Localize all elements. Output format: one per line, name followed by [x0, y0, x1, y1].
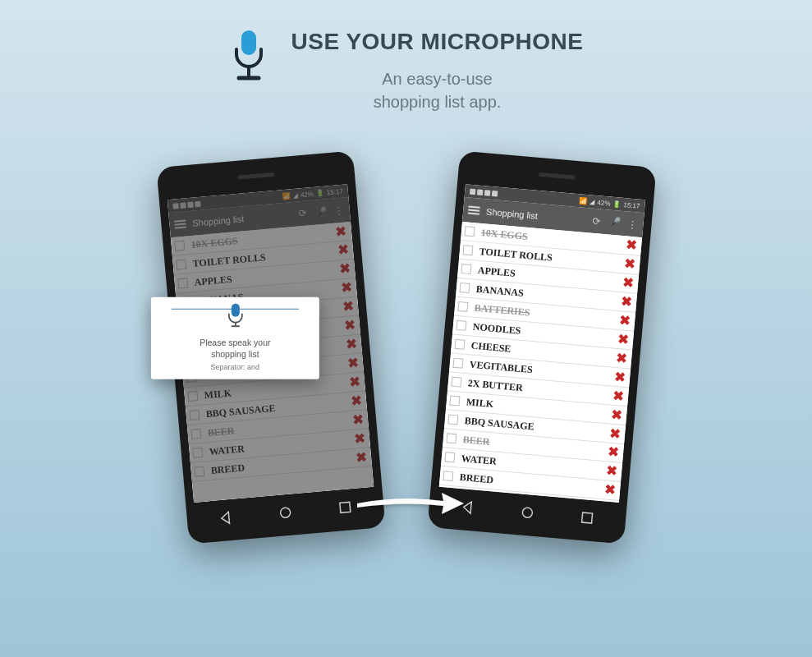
app-title: Shopping list: [485, 206, 585, 224]
delete-icon[interactable]: ✖: [612, 389, 623, 403]
delete-icon[interactable]: ✖: [603, 483, 615, 497]
checkbox[interactable]: [444, 452, 455, 462]
wifi-icon: 📶: [579, 197, 588, 205]
sync-icon[interactable]: ⟳: [590, 215, 603, 227]
mic-icon[interactable]: 🎤: [608, 217, 620, 229]
arrow-icon: [353, 483, 468, 524]
svg-rect-7: [340, 502, 351, 512]
delete-icon[interactable]: ✖: [625, 238, 636, 252]
svg-point-8: [521, 508, 532, 518]
battery-label: 42%: [597, 199, 611, 207]
microphone-icon: [226, 303, 244, 331]
recent-button[interactable]: [337, 499, 353, 516]
delete-icon[interactable]: ✖: [613, 370, 625, 384]
checkbox[interactable]: [449, 396, 460, 407]
delete-icon[interactable]: ✖: [618, 314, 630, 328]
svg-rect-0: [241, 30, 256, 55]
phone-mockup-left: 📶 ◢ 42% 🔋 15:17 Shopping list ⟳ 🎤 ⋮ 10X …: [156, 150, 385, 544]
checkbox[interactable]: [456, 320, 466, 331]
checkbox[interactable]: [461, 264, 471, 274]
checkbox[interactable]: [452, 358, 463, 369]
back-button[interactable]: [217, 510, 233, 526]
delete-icon[interactable]: ✖: [620, 295, 631, 309]
phone-screen: 📶 ◢ 42% 🔋 15:17 Shopping list ⟳ 🎤 ⋮ 10X …: [438, 184, 645, 503]
home-button[interactable]: [519, 504, 535, 521]
checkbox[interactable]: [454, 339, 465, 350]
checkbox[interactable]: [462, 245, 473, 255]
promo-subtitle: An easy-to-use shopping list app.: [291, 67, 584, 113]
checkbox[interactable]: [457, 301, 468, 312]
battery-icon: 🔋: [612, 200, 622, 208]
more-icon[interactable]: ⋮: [626, 218, 638, 230]
shopping-list: 10X EGGS✖TOILET ROLLS✖APPLES✖BANANAS✖BAT…: [438, 222, 641, 503]
voice-prompt-text: Please speak your shopping list: [158, 338, 310, 360]
svg-rect-3: [231, 304, 239, 317]
delete-icon[interactable]: ✖: [622, 276, 633, 290]
clock-label: 15:17: [623, 201, 640, 210]
voice-wave-line: [171, 309, 298, 310]
checkbox[interactable]: [451, 377, 461, 388]
svg-point-6: [280, 508, 291, 518]
signal-icon: ◢: [590, 198, 595, 205]
delete-icon[interactable]: ✖: [605, 464, 617, 478]
delete-icon[interactable]: ✖: [607, 446, 618, 460]
delete-icon[interactable]: ✖: [617, 333, 628, 347]
delete-icon[interactable]: ✖: [623, 257, 635, 271]
svg-rect-9: [581, 512, 592, 523]
recent-button[interactable]: [579, 510, 595, 526]
checkbox[interactable]: [443, 471, 453, 481]
microphone-icon: [229, 29, 268, 82]
promo-header: USE YOUR MICROPHONE An easy-to-use shopp…: [0, 0, 812, 113]
home-button[interactable]: [277, 504, 293, 521]
menu-icon[interactable]: [467, 206, 479, 215]
checkbox[interactable]: [446, 433, 456, 443]
promo-title: USE YOUR MICROPHONE: [291, 29, 584, 55]
delete-icon[interactable]: ✖: [610, 408, 622, 422]
checkbox[interactable]: [447, 414, 458, 425]
checkbox[interactable]: [464, 226, 475, 237]
delete-icon[interactable]: ✖: [615, 351, 626, 365]
delete-icon[interactable]: ✖: [608, 427, 620, 441]
checkbox[interactable]: [459, 283, 470, 293]
voice-input-dialog[interactable]: Please speak your shopping list Separato…: [150, 297, 319, 379]
voice-separator-label: Separator: and: [158, 363, 310, 371]
